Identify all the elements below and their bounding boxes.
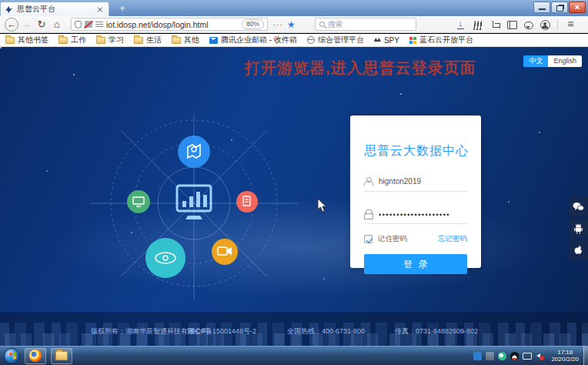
bookmark-label: 腾讯企业邮箱 - 收件箱 bbox=[221, 35, 297, 45]
browser-titlebar: 思普云平台 bbox=[0, 0, 588, 16]
bookmark-star-icon[interactable] bbox=[287, 19, 296, 30]
folder-icon bbox=[172, 37, 181, 44]
taskbar-clock[interactable]: 17:18 2020/2/20 bbox=[551, 349, 579, 363]
bookmark-folder-life[interactable]: 生活 bbox=[134, 35, 162, 45]
tray-qq-icon[interactable] bbox=[510, 352, 519, 360]
wechat-icon bbox=[573, 202, 584, 212]
tray-app-icon[interactable] bbox=[473, 352, 482, 360]
apple-button[interactable] bbox=[569, 240, 588, 260]
bookmark-label: 生活 bbox=[146, 35, 162, 45]
folder-icon bbox=[96, 37, 105, 44]
username-value[interactable]: hignton2019 bbox=[379, 177, 421, 186]
taskbar-firefox-button[interactable] bbox=[25, 348, 46, 364]
menu-icon[interactable] bbox=[565, 18, 576, 30]
start-button[interactable] bbox=[4, 348, 20, 364]
firefox-icon bbox=[29, 350, 42, 362]
bookmark-label: 工作 bbox=[71, 35, 86, 45]
login-page: 打开游览器,进入思普云登录页面 中文 English bbox=[0, 47, 588, 346]
folder-icon bbox=[58, 37, 68, 44]
android-icon bbox=[573, 223, 583, 234]
tray-wechat-icon[interactable] bbox=[498, 352, 506, 360]
bookmark-folder-work[interactable]: 工作 bbox=[58, 35, 86, 45]
page-footer: 版权所有：湖南华辰智通科技有限公司 湘ICP备15001448号-2 全国热线：… bbox=[0, 312, 588, 346]
browser-tab[interactable]: 思普云平台 bbox=[0, 2, 109, 16]
forgot-password-link[interactable]: 忘记密码 bbox=[438, 234, 467, 244]
remember-checkbox[interactable] bbox=[364, 235, 373, 243]
lang-english-button[interactable]: English bbox=[548, 55, 582, 67]
orbit-graphic bbox=[86, 115, 302, 300]
tracking-shield-icon[interactable] bbox=[75, 21, 82, 28]
login-button[interactable]: 登录 bbox=[364, 254, 467, 274]
minimize-button[interactable] bbox=[533, 2, 550, 13]
search-icon bbox=[319, 22, 325, 27]
library-icon[interactable] bbox=[473, 21, 484, 30]
close-button[interactable] bbox=[569, 2, 586, 13]
mail-icon bbox=[209, 37, 218, 44]
bookmark-tencent-mail[interactable]: 腾讯企业邮箱 - 收件箱 bbox=[209, 35, 297, 45]
tab-close-icon[interactable] bbox=[95, 5, 105, 14]
taskbar-explorer-button[interactable] bbox=[51, 348, 72, 364]
bookmark-mgmt-platform[interactable]: 综合管理平台 bbox=[307, 35, 364, 45]
page-actions-icon[interactable] bbox=[272, 20, 283, 29]
toolbar-separator bbox=[557, 19, 558, 30]
apple-icon bbox=[573, 245, 583, 256]
bookmark-folder-other[interactable]: 其他书签 bbox=[5, 35, 48, 45]
folder-icon bbox=[5, 37, 15, 44]
bookmark-label: SPY bbox=[384, 36, 399, 45]
bookmark-spy[interactable]: SPY bbox=[374, 36, 399, 45]
url-text[interactable]: iot.idosp.net/idosp/login.html bbox=[106, 20, 239, 29]
search-box[interactable] bbox=[315, 18, 416, 31]
reload-button[interactable] bbox=[34, 18, 49, 32]
downloads-icon[interactable] bbox=[455, 18, 466, 30]
login-title: 思普云大数据中心 bbox=[364, 143, 467, 159]
new-tab-button[interactable] bbox=[115, 2, 129, 15]
home-button[interactable] bbox=[49, 18, 65, 32]
monitor-node-icon bbox=[127, 190, 150, 213]
back-button[interactable] bbox=[5, 18, 18, 32]
footer-icp: 湘ICP备15001448号-2 bbox=[187, 326, 256, 337]
lang-chinese-button[interactable]: 中文 bbox=[523, 55, 548, 67]
remember-row: 记住密码 忘记密码 bbox=[364, 234, 467, 244]
windows-taskbar: 17:18 2020/2/20 bbox=[0, 346, 588, 365]
folder-icon bbox=[134, 37, 143, 44]
account-icon[interactable] bbox=[540, 20, 550, 30]
password-field[interactable]: •••••••••••••••••••• bbox=[364, 204, 467, 224]
url-bar[interactable]: iot.idosp.net/idosp/login.html 80% bbox=[71, 18, 268, 31]
bookmark-label: 其他 bbox=[184, 35, 199, 45]
clock-date: 2020/2/20 bbox=[551, 356, 579, 363]
bookmark-lanshi-cloud[interactable]: 蓝石云开放平台 bbox=[409, 35, 473, 45]
search-input[interactable] bbox=[328, 20, 412, 28]
bookmark-folder-study[interactable]: 学习 bbox=[96, 35, 124, 45]
bookmark-label: 综合管理平台 bbox=[318, 35, 364, 45]
android-button[interactable] bbox=[569, 219, 588, 238]
explorer-folder-icon bbox=[55, 351, 68, 360]
floating-app-links bbox=[569, 197, 588, 260]
bookmark-label: 其他书签 bbox=[18, 35, 48, 45]
username-field[interactable]: hignton2019 bbox=[364, 172, 467, 192]
password-value[interactable]: •••••••••••••••••••• bbox=[379, 211, 450, 219]
desktop-screen: 思普云平台 iot.idosp.net/idosp/login.html 80% bbox=[0, 0, 588, 365]
wechat-button[interactable] bbox=[569, 197, 588, 216]
restore-button[interactable] bbox=[551, 2, 568, 13]
annotation-text: 打开游览器,进入思普云登录页面 bbox=[245, 58, 476, 79]
bookmark-folder-misc[interactable]: 其他 bbox=[172, 35, 199, 45]
site-identity-icon[interactable] bbox=[95, 22, 103, 28]
tray-network-icon[interactable] bbox=[523, 353, 532, 360]
tray-device-icon[interactable] bbox=[486, 352, 494, 360]
forward-button[interactable] bbox=[18, 18, 34, 32]
language-toggle: 中文 English bbox=[523, 55, 582, 67]
zoom-level-badge[interactable]: 80% bbox=[242, 19, 264, 29]
browser-navbar: iot.idosp.net/idosp/login.html 80% bbox=[0, 16, 588, 33]
sidebar-icon[interactable] bbox=[507, 21, 517, 29]
footer-hotline: 全国热线：400-6731-800 bbox=[287, 326, 365, 337]
clock-time: 17:18 bbox=[551, 349, 579, 356]
bookmarks-bar: 其他书签 工作 学习 生活 其他 腾讯企业邮箱 - 收件箱 综合管理平台 SPY… bbox=[0, 34, 588, 47]
eye-node-icon bbox=[145, 238, 185, 278]
show-desktop-button[interactable] bbox=[583, 347, 588, 365]
screenshot-icon[interactable] bbox=[491, 21, 500, 30]
messages-icon[interactable] bbox=[524, 22, 533, 29]
plugin-blocked-icon[interactable] bbox=[85, 21, 92, 28]
tray-volume-muted-icon[interactable] bbox=[536, 352, 544, 360]
remember-label: 记住密码 bbox=[378, 234, 407, 244]
bookmark-label: 学习 bbox=[109, 35, 124, 45]
